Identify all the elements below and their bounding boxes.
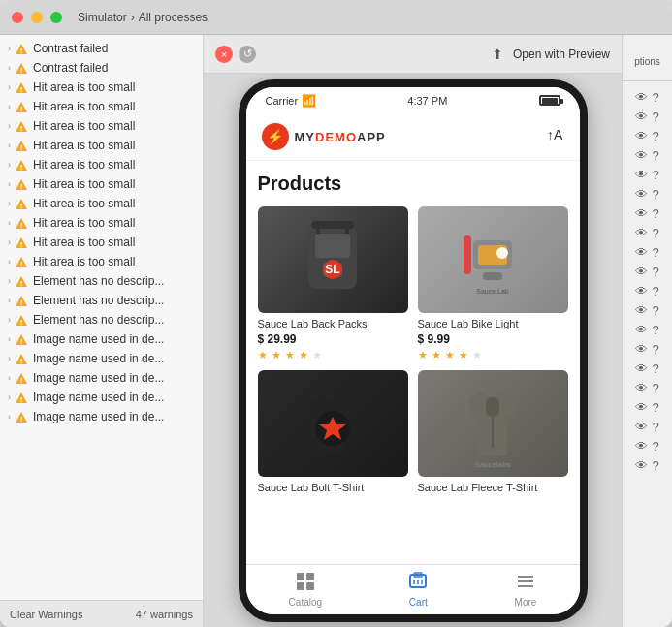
tab-cart[interactable]: Cart xyxy=(396,567,440,611)
warning-item[interactable]: › ! Element has no descrip... xyxy=(0,310,203,329)
info-icon[interactable]: ? xyxy=(652,323,658,337)
eye-icon[interactable]: 👁 xyxy=(635,168,648,182)
eye-icon[interactable]: 👁 xyxy=(635,361,648,376)
svg-text:!: ! xyxy=(20,298,23,307)
eye-icon[interactable]: 👁 xyxy=(635,400,648,415)
warning-triangle-icon: ! xyxy=(15,119,28,133)
eye-icon[interactable]: 👁 xyxy=(635,458,648,473)
eye-icon[interactable]: 👁 xyxy=(635,420,648,434)
info-icon[interactable]: ? xyxy=(652,381,658,395)
sort-icon[interactable]: ↑A↓B xyxy=(547,126,564,147)
product-image: Saucelabs xyxy=(418,370,568,477)
product-image: Sauce Lab xyxy=(418,206,568,313)
info-icon[interactable]: ? xyxy=(652,400,658,415)
eye-icon[interactable]: 👁 xyxy=(635,110,648,124)
warning-item[interactable]: › ! Hit area is too small xyxy=(0,155,203,174)
warning-item[interactable]: › ! Contrast failed xyxy=(0,39,203,58)
warning-item[interactable]: › ! Contrast failed xyxy=(0,58,203,78)
warning-item[interactable]: › ! Hit area is too small xyxy=(0,213,203,233)
svg-text:!: ! xyxy=(20,357,23,365)
clear-warnings-button[interactable]: Clear Warnings xyxy=(10,609,82,620)
info-icon[interactable]: ? xyxy=(652,361,658,376)
eye-icon[interactable]: 👁 xyxy=(635,90,648,105)
star-filled: ★ xyxy=(285,349,297,361)
open-preview-button[interactable]: Open with Preview xyxy=(513,47,610,61)
info-icon[interactable]: ? xyxy=(652,245,658,260)
warning-triangle-icon: ! xyxy=(15,42,28,55)
eye-icon[interactable]: 👁 xyxy=(635,323,648,337)
tab-more[interactable]: More xyxy=(503,567,549,611)
warning-text: Image name used in de... xyxy=(33,332,164,346)
warning-text: Hit area is too small xyxy=(33,158,135,172)
info-icon[interactable]: ? xyxy=(652,265,658,279)
warning-item[interactable]: › ! Hit area is too small xyxy=(0,233,203,252)
info-icon[interactable]: ? xyxy=(652,284,658,298)
upload-icon[interactable]: ⬆ xyxy=(492,47,503,62)
info-icon[interactable]: ? xyxy=(652,129,658,143)
product-card[interactable]: Saucelabs Sauce Lab Fleece T-Shirt xyxy=(418,370,568,496)
warning-item[interactable]: › ! Hit area is too small xyxy=(0,174,203,194)
svg-text:!: ! xyxy=(20,221,23,230)
warning-item[interactable]: › ! Hit area is too small xyxy=(0,136,203,155)
warning-item[interactable]: › ! Hit area is too small xyxy=(0,194,203,213)
product-card[interactable]: Sauce Lab Bolt T-Shirt xyxy=(258,370,408,496)
mac-titlebar: Simulator › All processes xyxy=(0,0,672,35)
sim-close-button[interactable]: × xyxy=(215,46,233,63)
warning-item[interactable]: › ! Image name used in de... xyxy=(0,368,203,388)
eye-icon[interactable]: 👁 xyxy=(635,381,648,395)
warning-item[interactable]: › ! Hit area is too small xyxy=(0,252,203,271)
eye-icon[interactable]: 👁 xyxy=(635,148,648,163)
eye-icon[interactable]: 👁 xyxy=(635,265,648,279)
eye-icon[interactable]: 👁 xyxy=(635,245,648,260)
eye-icon[interactable]: 👁 xyxy=(635,226,648,240)
maximize-traffic-light[interactable] xyxy=(50,12,62,23)
svg-text:Saucelabs: Saucelabs xyxy=(474,460,510,467)
info-icon[interactable]: ? xyxy=(652,226,658,240)
warning-item[interactable]: › ! Hit area is too small xyxy=(0,97,203,116)
info-icon[interactable]: ? xyxy=(652,168,658,182)
svg-text:!: ! xyxy=(20,202,23,210)
info-icon[interactable]: ? xyxy=(652,458,658,473)
eye-icon[interactable]: 👁 xyxy=(635,129,648,143)
info-icon[interactable]: ? xyxy=(652,187,658,202)
product-card[interactable]: SL Sauce Lab Back Packs $ 29.99 ★★★★★ xyxy=(258,206,408,361)
eye-icon[interactable]: 👁 xyxy=(635,284,648,298)
info-icon[interactable]: ? xyxy=(652,439,658,454)
right-panel-row: 👁 ? xyxy=(629,300,664,320)
products-grid: SL Sauce Lab Back Packs $ 29.99 ★★★★★ Sa… xyxy=(258,206,568,496)
warning-item[interactable]: › ! Hit area is too small xyxy=(0,78,203,97)
info-icon[interactable]: ? xyxy=(652,110,658,124)
warning-item[interactable]: › ! Hit area is too small xyxy=(0,116,203,136)
warning-item[interactable]: › ! Image name used in de... xyxy=(0,388,203,407)
info-icon[interactable]: ? xyxy=(652,303,658,318)
minimize-traffic-light[interactable] xyxy=(31,12,43,23)
warning-item[interactable]: › ! Element has no descrip... xyxy=(0,271,203,291)
eye-icon[interactable]: 👁 xyxy=(635,342,648,357)
warning-chevron-icon: › xyxy=(8,334,11,344)
titlebar-breadcrumb: Simulator › All processes xyxy=(78,11,208,24)
product-name: Sauce Lab Back Packs xyxy=(258,318,408,329)
tab-catalog[interactable]: Catalog xyxy=(277,567,334,611)
close-traffic-light[interactable] xyxy=(12,12,23,23)
info-icon[interactable]: ? xyxy=(652,148,658,163)
warning-text: Hit area is too small xyxy=(33,216,135,230)
eye-icon[interactable]: 👁 xyxy=(635,439,648,454)
info-icon[interactable]: ? xyxy=(652,420,658,434)
svg-text:Sauce Lab: Sauce Lab xyxy=(476,288,509,295)
product-card[interactable]: Sauce Lab Sauce Lab Bike Light $ 9.99 ★★… xyxy=(418,206,568,361)
warning-item[interactable]: › ! Element has no descrip... xyxy=(0,291,203,310)
warning-item[interactable]: › ! Image name used in de... xyxy=(0,349,203,368)
warning-triangle-icon: ! xyxy=(15,294,28,307)
warning-text: Image name used in de... xyxy=(33,391,164,404)
eye-icon[interactable]: 👁 xyxy=(635,206,648,221)
info-icon[interactable]: ? xyxy=(652,90,658,105)
eye-icon[interactable]: 👁 xyxy=(635,303,648,318)
info-icon[interactable]: ? xyxy=(652,206,658,221)
app-content[interactable]: Products SL Sauce Lab Back Packs $ 29.99… xyxy=(246,161,580,564)
sim-refresh-button[interactable]: ↺ xyxy=(239,46,256,63)
info-icon[interactable]: ? xyxy=(652,342,658,357)
svg-text:!: ! xyxy=(20,279,23,288)
warning-item[interactable]: › ! Image name used in de... xyxy=(0,329,203,349)
eye-icon[interactable]: 👁 xyxy=(635,187,648,202)
warning-item[interactable]: › ! Image name used in de... xyxy=(0,407,203,426)
